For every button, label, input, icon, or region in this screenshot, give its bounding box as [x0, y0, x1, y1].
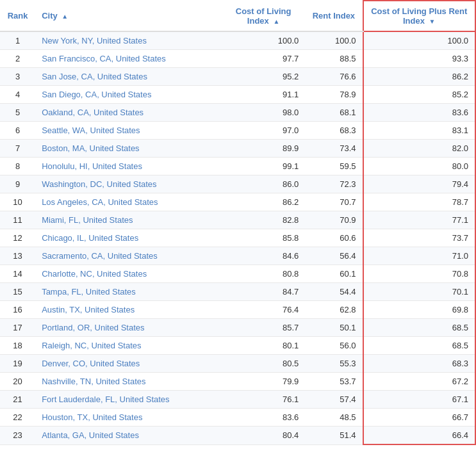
cost-plus-rent-cell: 70.1	[363, 283, 476, 301]
rank-cell: 7	[0, 140, 35, 158]
rank-cell: 9	[0, 175, 35, 193]
rent-cell: 62.8	[305, 301, 363, 319]
rent-cell: 70.7	[305, 193, 363, 211]
table-row: 14Charlotte, NC, United States80.860.170…	[0, 265, 475, 283]
cost-cell: 85.8	[222, 229, 305, 247]
cost-plus-rent-cell: 68.5	[363, 337, 476, 355]
city-cell[interactable]: Nashville, TN, United States	[35, 373, 222, 391]
city-cell[interactable]: Miami, FL, United States	[35, 211, 222, 229]
city-cell[interactable]: Houston, TX, United States	[35, 409, 222, 427]
rank-cell: 18	[0, 337, 35, 355]
cost-cell: 80.4	[222, 427, 305, 445]
cost-cell: 100.0	[222, 31, 305, 50]
table-row: 18Raleigh, NC, United States80.156.068.5	[0, 337, 475, 355]
rent-cell: 73.4	[305, 140, 363, 158]
table-row: 20Nashville, TN, United States79.953.767…	[0, 373, 475, 391]
cost-plus-rent-cell: 69.8	[363, 301, 476, 319]
cost-cell: 80.5	[222, 355, 305, 373]
rent-cell: 60.1	[305, 265, 363, 283]
city-cell[interactable]: Oakland, CA, United States	[35, 104, 222, 122]
city-cell[interactable]: Sacramento, CA, United States	[35, 247, 222, 265]
city-cell[interactable]: Austin, TX, United States	[35, 301, 222, 319]
cost-cell: 79.9	[222, 373, 305, 391]
cost-cell: 84.6	[222, 247, 305, 265]
cost-plus-rent-cell: 86.2	[363, 68, 476, 86]
rank-cell: 12	[0, 229, 35, 247]
table-row: 8Honolulu, HI, United States99.159.580.0	[0, 158, 475, 175]
city-cell[interactable]: Raleigh, NC, United States	[35, 337, 222, 355]
table-row: 22Houston, TX, United States83.648.566.7	[0, 409, 475, 427]
city-cell[interactable]: Denver, CO, United States	[35, 355, 222, 373]
cost-plus-rent-cell: 85.2	[363, 86, 476, 104]
city-cell[interactable]: New York, NY, United States	[35, 31, 222, 50]
rank-cell: 8	[0, 158, 35, 175]
table-row: 3San Jose, CA, United States95.276.686.2	[0, 68, 475, 86]
city-cell[interactable]: Honolulu, HI, United States	[35, 158, 222, 175]
rent-cell: 48.5	[305, 409, 363, 427]
cost-plus-rent-cell: 100.0	[363, 31, 476, 50]
city-cell[interactable]: Atlanta, GA, United States	[35, 427, 222, 445]
cost-cell: 80.8	[222, 265, 305, 283]
cost-plus-rent-cell: 82.0	[363, 140, 476, 158]
cost-cell: 83.6	[222, 409, 305, 427]
rent-cell: 78.9	[305, 86, 363, 104]
rank-cell: 11	[0, 211, 35, 229]
cost-cell: 91.1	[222, 86, 305, 104]
rank-cell: 5	[0, 104, 35, 122]
rent-cell: 100.0	[305, 31, 363, 50]
rank-cell: 17	[0, 319, 35, 337]
cost-plus-rent-cell: 83.6	[363, 104, 476, 122]
table-row: 13Sacramento, CA, United States84.656.47…	[0, 247, 475, 265]
city-cell[interactable]: Tampa, FL, United States	[35, 283, 222, 301]
cost-cell: 97.0	[222, 122, 305, 140]
cost-cell: 82.8	[222, 211, 305, 229]
table-row: 5Oakland, CA, United States98.068.183.6	[0, 104, 475, 122]
city-header[interactable]: City ▲	[35, 1, 222, 31]
cost-plus-rent-cell: 68.3	[363, 355, 476, 373]
cost-cell: 85.7	[222, 319, 305, 337]
city-sort-icon: ▲	[62, 13, 68, 20]
table-row: 19Denver, CO, United States80.555.368.3	[0, 355, 475, 373]
rank-cell: 3	[0, 68, 35, 86]
rank-header[interactable]: Rank	[0, 1, 35, 31]
city-cell[interactable]: Charlotte, NC, United States	[35, 265, 222, 283]
cost-plus-rent-header[interactable]: Cost of Living Plus Rent Index ▼	[363, 1, 476, 31]
cost-plus-rent-cell: 79.4	[363, 175, 476, 193]
cost-plus-rent-cell: 67.2	[363, 373, 476, 391]
cost-cell: 84.7	[222, 283, 305, 301]
rent-cell: 68.1	[305, 104, 363, 122]
rank-cell: 4	[0, 86, 35, 104]
rank-cell: 2	[0, 50, 35, 68]
rent-cell: 56.0	[305, 337, 363, 355]
table-row: 7Boston, MA, United States89.973.482.0	[0, 140, 475, 158]
cost-cell: 86.2	[222, 193, 305, 211]
rank-cell: 20	[0, 373, 35, 391]
city-cell[interactable]: Seattle, WA, United States	[35, 122, 222, 140]
city-cell[interactable]: San Diego, CA, United States	[35, 86, 222, 104]
cost-plus-rent-cell: 83.1	[363, 122, 476, 140]
cost-cell: 97.7	[222, 50, 305, 68]
rank-cell: 15	[0, 283, 35, 301]
rent-cell: 70.9	[305, 211, 363, 229]
city-cell[interactable]: San Francisco, CA, United States	[35, 50, 222, 68]
rent-cell: 50.1	[305, 319, 363, 337]
table-row: 12Chicago, IL, United States85.860.673.7	[0, 229, 475, 247]
cost-plus-rent-cell: 71.0	[363, 247, 476, 265]
rent-header[interactable]: Rent Index	[305, 1, 363, 31]
city-cell[interactable]: San Jose, CA, United States	[35, 68, 222, 86]
city-cell[interactable]: Portland, OR, United States	[35, 319, 222, 337]
table-row: 4San Diego, CA, United States91.178.985.…	[0, 86, 475, 104]
rent-cell: 88.5	[305, 50, 363, 68]
table-row: 17Portland, OR, United States85.750.168.…	[0, 319, 475, 337]
rank-cell: 1	[0, 31, 35, 50]
city-cell[interactable]: Washington, DC, United States	[35, 175, 222, 193]
cost-living-header[interactable]: Cost of Living Index ▲	[222, 1, 305, 31]
city-cell[interactable]: Chicago, IL, United States	[35, 229, 222, 247]
rent-cell: 56.4	[305, 247, 363, 265]
city-cell[interactable]: Los Angeles, CA, United States	[35, 193, 222, 211]
cost-cell: 89.9	[222, 140, 305, 158]
rank-cell: 21	[0, 391, 35, 409]
city-cell[interactable]: Fort Lauderdale, FL, United States	[35, 391, 222, 409]
cost-plus-rent-cell: 67.1	[363, 391, 476, 409]
city-cell[interactable]: Boston, MA, United States	[35, 140, 222, 158]
